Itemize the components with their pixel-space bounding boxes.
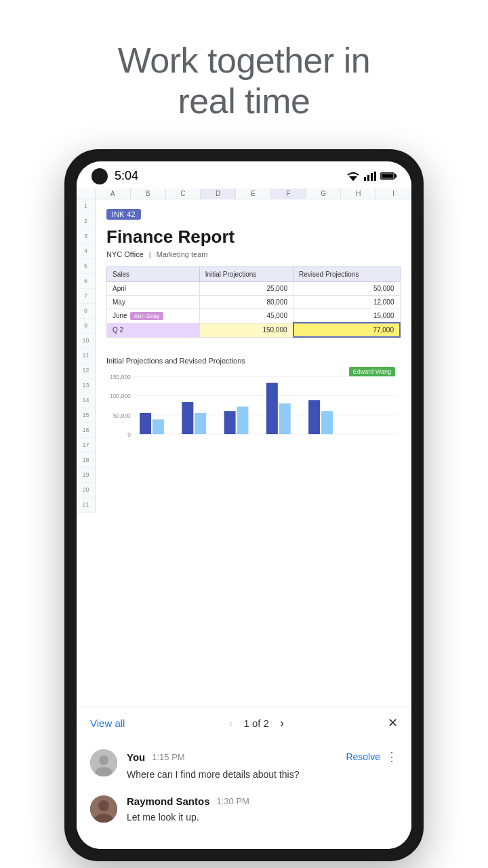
comment-body-raymond: Raymond Santos 1:30 PM Let me look it up… <box>127 795 398 825</box>
row-num-16: 16 <box>77 423 95 438</box>
status-icons <box>346 172 396 181</box>
comment-header-you: You 1:15 PM Resolve ⋮ <box>127 749 398 764</box>
page-indicator: 1 of 2 <box>243 717 269 729</box>
status-left: 5:04 <box>92 168 138 184</box>
col-b: B <box>131 189 166 199</box>
svg-text:150,000: 150,000 <box>110 374 131 380</box>
comment-header-raymond: Raymond Santos 1:30 PM <box>127 795 398 807</box>
row-num-11: 11 <box>77 349 95 363</box>
comment-author-row-raymond: Raymond Santos 1:30 PM <box>127 795 249 807</box>
col-c: C <box>166 189 201 199</box>
th-sales: Sales <box>107 267 200 281</box>
col-d: D <box>201 189 236 199</box>
row-num-13: 13 <box>77 378 95 393</box>
office-label: NYC Office <box>106 250 144 258</box>
row-num-19: 19 <box>77 468 95 483</box>
table-row: June Ann Gray 45,000 15,000 <box>107 309 401 323</box>
cell-may-revised: 12,000 <box>293 295 400 309</box>
row-num-21: 21 <box>77 498 95 513</box>
bar-initial-4 <box>266 383 278 434</box>
status-time: 5:04 <box>115 169 138 183</box>
report-title: Finance Report <box>106 226 401 248</box>
battery-icon <box>380 172 396 180</box>
cell-april: April <box>107 281 200 295</box>
row-num-7: 7 <box>77 289 95 304</box>
spreadsheet-main: INK 42 Finance Report NYC Office | Marke… <box>96 199 411 513</box>
avatar-you <box>90 749 117 776</box>
comment-author-row-you: You 1:15 PM <box>127 751 185 763</box>
bar-initial-2 <box>182 402 193 434</box>
col-h: H <box>341 189 376 199</box>
avatar-raymond-image <box>90 795 117 823</box>
row-num-9: 9 <box>77 319 95 334</box>
comment-body-you: You 1:15 PM Resolve ⋮ Where can I find m… <box>127 749 398 782</box>
col-i: I <box>376 189 411 199</box>
table-header-row: Sales Initial Projections Revised Projec… <box>107 267 401 281</box>
row-num-10: 10 <box>77 334 95 349</box>
col-a: A <box>96 189 131 199</box>
row-num-5: 5 <box>77 259 95 274</box>
comment-text-raymond: Let me look it up. <box>127 811 398 825</box>
comment-actions-you: Resolve ⋮ <box>346 749 398 764</box>
signal-icon <box>364 172 376 181</box>
data-table: Sales Initial Projections Revised Projec… <box>106 267 401 338</box>
ink-label: INK <box>112 210 124 218</box>
svg-text:0: 0 <box>127 431 131 438</box>
edward-badge: Edward Wang <box>349 367 395 376</box>
bar-revised-1 <box>152 420 164 435</box>
row-num-4: 4 <box>77 244 95 259</box>
svg-rect-4 <box>374 172 376 181</box>
wifi-icon <box>346 172 360 181</box>
ink-tag: INK 42 <box>106 209 141 220</box>
chart-svg: 150,000 100,000 50,000 0 <box>106 369 401 457</box>
prev-arrow-button[interactable]: ‹ <box>228 716 232 730</box>
avatar-raymond <box>90 795 117 823</box>
th-revised: Revised Projections <box>293 267 400 281</box>
col-headers: A B C D E F G H I <box>77 189 411 199</box>
spreadsheet-content: 1 2 3 4 5 6 7 8 9 10 11 12 13 14 15 16 1 <box>77 199 411 513</box>
row-num-12: 12 <box>77 363 95 378</box>
spreadsheet-area: A B C D E F G H I 1 2 3 4 5 6 <box>77 189 411 707</box>
comment-author-you: You <box>127 751 145 763</box>
cell-q2-revised: 77,000 <box>293 323 400 337</box>
row-num-17: 17 <box>77 438 95 453</box>
svg-point-20 <box>98 800 109 811</box>
subtitle-separator: | <box>149 250 151 258</box>
close-button[interactable]: ✕ <box>388 715 398 730</box>
cell-june-initial: 45,000 <box>199 309 293 323</box>
row-num-8: 8 <box>77 304 95 319</box>
more-options-button-you[interactable]: ⋮ <box>386 749 398 764</box>
svg-rect-3 <box>371 173 373 181</box>
col-f: F <box>271 189 306 199</box>
row-num-3: 3 <box>77 229 95 244</box>
comment-item-raymond: Raymond Santos 1:30 PM Let me look it up… <box>90 795 398 825</box>
table-row: April 25,000 50,000 <box>107 281 401 295</box>
th-initial: Initial Projections <box>199 267 293 281</box>
camera-dot <box>92 168 108 184</box>
svg-rect-1 <box>364 177 366 181</box>
bar-initial-5 <box>308 400 320 434</box>
row-num-2: 2 <box>77 214 95 229</box>
row-numbers: 1 2 3 4 5 6 7 8 9 10 11 12 13 14 15 16 1 <box>77 199 96 513</box>
row-num-1: 1 <box>77 199 95 214</box>
view-all-button[interactable]: View all <box>90 717 125 729</box>
bar-initial-1 <box>140 413 151 434</box>
next-arrow-button[interactable]: › <box>280 716 284 730</box>
cell-q2-initial: 150,000 <box>199 323 293 337</box>
svg-rect-6 <box>394 174 396 178</box>
nav-controls: ‹ 1 of 2 › <box>228 716 284 730</box>
bar-revised-5 <box>321 411 333 434</box>
cell-june-revised: 15,000 <box>293 309 400 323</box>
cell-may-initial: 80,000 <box>199 295 293 309</box>
row-num-20: 20 <box>77 483 95 498</box>
svg-rect-7 <box>382 174 394 178</box>
table-container: Edward Wang Sales Initial Projections Re… <box>106 267 401 338</box>
chart-title: Initial Projections and Revised Projecti… <box>106 357 401 365</box>
bar-revised-3 <box>237 407 248 435</box>
comment-item-you: You 1:15 PM Resolve ⋮ Where can I find m… <box>90 749 398 782</box>
row-num-6: 6 <box>77 274 95 289</box>
cell-april-revised: 50,000 <box>293 281 400 295</box>
avatar-you-image <box>90 749 117 776</box>
resolve-button[interactable]: Resolve <box>346 751 380 762</box>
hero-title: Work together in real time <box>118 41 371 122</box>
